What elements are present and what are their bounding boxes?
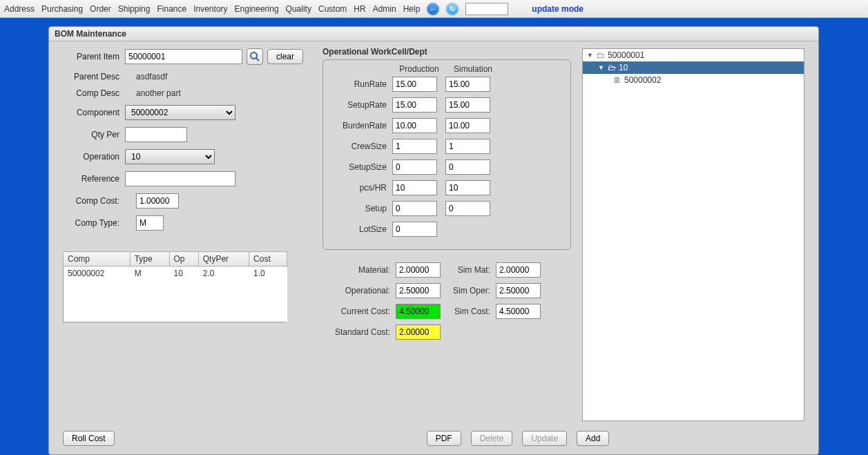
material-label: Material: [322, 265, 396, 275]
parent-desc-label: Parent Desc [63, 72, 125, 81]
table-row[interactable]: 50000002 M 10 2.0 1.0 [64, 267, 287, 281]
menu-custom[interactable]: Custom [318, 4, 347, 14]
tree-node-root[interactable]: ▼ 🗀 50000001 [583, 49, 804, 61]
menu-purchasing[interactable]: Purchasing [41, 4, 83, 14]
operation-select[interactable]: 10 [125, 149, 215, 164]
nav-refresh-icon[interactable]: ↻ [446, 3, 459, 15]
comp-desc-label: Comp Desc [63, 88, 125, 98]
bom-panel: BOM Maintenance Parent Item clear Parent… [48, 26, 819, 455]
pcshr-sim-input[interactable] [445, 180, 490, 195]
menu-order[interactable]: Order [90, 4, 111, 14]
component-label: Component [63, 108, 125, 117]
th-comp[interactable]: Comp [64, 252, 131, 267]
comp-cost-input[interactable] [136, 193, 179, 209]
panel-title: BOM Maintenance [49, 27, 818, 41]
menu-finance[interactable]: Finance [157, 4, 186, 14]
crewsize-sim-input[interactable] [445, 139, 490, 154]
simmat-input[interactable] [496, 262, 541, 278]
tree-node-operation[interactable]: ▼ 🗁 10 [583, 61, 804, 74]
pcshr-prod-input[interactable] [392, 180, 437, 195]
tree-toggle-icon[interactable]: ▼ [598, 64, 605, 71]
cell-type: M [130, 267, 169, 281]
burdenrate-sim-input[interactable] [445, 118, 490, 133]
workcell-title: Operational WorkCell/Dept [322, 47, 571, 57]
simmat-label: Sim Mat: [441, 265, 496, 275]
th-op[interactable]: Op [169, 252, 198, 267]
tree-toggle-icon[interactable]: ▼ [587, 52, 594, 59]
add-button[interactable]: Add [577, 431, 609, 446]
simoper-input[interactable] [496, 283, 541, 298]
menu-quality[interactable]: Quality [286, 4, 311, 14]
setupsize-label: SetupSize [330, 162, 392, 172]
update-button[interactable]: Update [522, 431, 567, 446]
operational-label: Operational: [322, 286, 396, 296]
parent-item-lookup-button[interactable] [247, 48, 263, 65]
burdenrate-prod-input[interactable] [392, 118, 437, 133]
workcell-fieldset: Production Simulation RunRate SetupRate … [322, 59, 571, 250]
menu-address[interactable]: Address [4, 4, 35, 14]
setup-sim-input[interactable] [445, 201, 490, 216]
reference-input[interactable] [125, 171, 235, 186]
parent-item-label: Parent Item [63, 52, 125, 61]
runrate-prod-input[interactable] [392, 77, 437, 92]
tree-component-label: 50000002 [624, 75, 661, 85]
setuprate-sim-input[interactable] [445, 97, 490, 113]
pdf-button[interactable]: PDF [427, 431, 461, 446]
folder-icon: 🗀 [597, 50, 605, 60]
simoper-label: Sim Oper: [441, 286, 496, 296]
reference-label: Reference [63, 174, 125, 184]
crewsize-prod-input[interactable] [392, 139, 437, 154]
parent-item-input[interactable] [125, 49, 242, 64]
simcost-input[interactable] [496, 304, 541, 319]
menu-shipping[interactable]: Shipping [118, 4, 151, 14]
runrate-label: RunRate [330, 79, 392, 89]
setup-label: Setup [330, 204, 392, 213]
lotsize-label: LotSize [330, 224, 392, 234]
clear-button[interactable]: clear [267, 49, 303, 64]
simcost-label: Sim Cost: [441, 307, 496, 316]
comp-desc-value: another part [125, 88, 181, 98]
svg-point-0 [251, 52, 257, 59]
comp-type-input[interactable] [136, 215, 164, 231]
th-type[interactable]: Type [130, 252, 169, 267]
tree-node-component[interactable]: 🗎 50000002 [583, 74, 804, 86]
component-select[interactable]: 50000002 [125, 105, 235, 120]
col-simulation: Simulation [446, 64, 500, 77]
currentcost-input[interactable] [396, 304, 441, 319]
col-production: Production [392, 64, 446, 77]
nav-back-icon[interactable]: ← [427, 3, 439, 15]
file-icon: 🗎 [613, 75, 621, 85]
qty-per-input[interactable] [125, 127, 187, 142]
runrate-sim-input[interactable] [445, 77, 490, 92]
pcshr-label: pcs/HR [330, 183, 392, 193]
material-input[interactable] [396, 262, 441, 278]
menu-engineering[interactable]: Engineering [235, 4, 279, 14]
roll-cost-button[interactable]: Roll Cost [63, 431, 115, 446]
cell-op: 10 [169, 267, 198, 281]
crewsize-label: CrewSize [330, 142, 392, 151]
currentcost-label: Current Cost: [322, 307, 396, 316]
menu-admin[interactable]: Admin [373, 4, 396, 14]
menu-help[interactable]: Help [403, 4, 421, 14]
delete-button[interactable]: Delete [471, 431, 513, 446]
menu-bar: Address Purchasing Order Shipping Financ… [0, 0, 868, 18]
comp-type-label: Comp Type: [63, 218, 125, 228]
component-table: Comp Type Op QtyPer Cost 50000002 M 10 2… [63, 251, 287, 322]
menu-hr[interactable]: HR [354, 4, 365, 14]
cell-comp: 50000002 [64, 267, 131, 281]
lotsize-input[interactable] [392, 222, 437, 237]
th-cost[interactable]: Cost [249, 252, 287, 267]
setupsize-sim-input[interactable] [445, 159, 490, 175]
folder-open-icon: 🗁 [608, 63, 616, 72]
setuprate-prod-input[interactable] [392, 97, 437, 113]
th-qtyper[interactable]: QtyPer [198, 252, 249, 267]
menu-inventory[interactable]: Inventory [193, 4, 227, 14]
tree-operation-label: 10 [619, 63, 628, 72]
top-search-input[interactable] [465, 3, 508, 15]
parent-desc-value: asdfasdf [125, 72, 167, 81]
standardcost-input[interactable] [396, 325, 441, 340]
search-icon [249, 51, 260, 62]
setupsize-prod-input[interactable] [392, 159, 437, 175]
operational-input[interactable] [396, 283, 441, 298]
setup-prod-input[interactable] [392, 201, 437, 216]
